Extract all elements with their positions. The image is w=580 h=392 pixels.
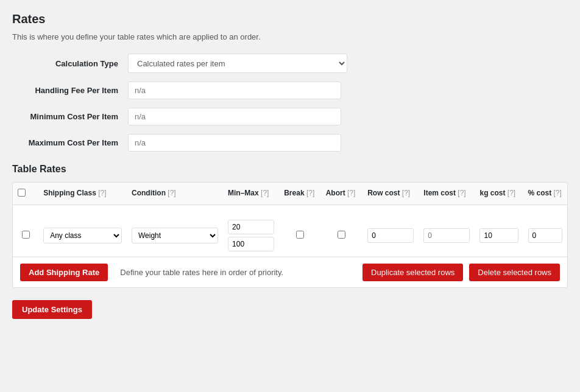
update-settings-button[interactable]: Update Settings <box>12 300 92 319</box>
row-condition-cell: Weight Price Item count <box>127 215 223 257</box>
pct-cost-cell <box>523 215 568 257</box>
row-cost-input[interactable] <box>367 228 414 243</box>
handling-fee-input[interactable] <box>128 82 341 99</box>
th-row-cost: Row cost [?] <box>362 183 419 205</box>
calculation-type-select[interactable]: Calculated rates per item Calculated rat… <box>128 54 347 73</box>
delete-rows-button[interactable]: Delete selected rows <box>469 264 560 281</box>
table-header-row: Shipping Class [?] Condition [?] Min–Max… <box>13 183 567 205</box>
table-row: Any class Standard Express Weight Price … <box>13 215 567 257</box>
th-kg-cost: kg cost [?] <box>475 183 523 205</box>
row-shipping-class-select[interactable]: Any class Standard Express <box>43 228 122 243</box>
kg-cost-cell <box>475 215 523 257</box>
table-footer: Add Shipping Rate Define your table rate… <box>13 257 567 287</box>
table-rates-title: Table Rates <box>12 164 568 175</box>
row-break-cell <box>279 215 320 257</box>
max-cost-input[interactable] <box>128 134 341 152</box>
select-all-checkbox[interactable] <box>18 189 26 197</box>
row-abort-cell <box>321 215 362 257</box>
add-shipping-rate-button[interactable]: Add Shipping Rate <box>20 264 108 281</box>
minmax-inputs <box>228 220 274 251</box>
section-title: Rates <box>12 12 568 26</box>
row-minmax-cell <box>223 215 279 257</box>
min-cost-row: Minimum Cost Per Item <box>12 108 568 125</box>
max-cost-row: Maximum Cost Per Item <box>12 134 568 152</box>
calculation-type-label: Calculation Type <box>12 59 128 68</box>
calculation-type-row: Calculation Type Calculated rates per it… <box>12 54 568 73</box>
handling-fee-label: Handling Fee Per Item <box>12 86 128 95</box>
duplicate-rows-button[interactable]: Duplicate selected rows <box>362 264 463 281</box>
spacer-row <box>13 205 567 215</box>
row-checkbox[interactable] <box>22 231 30 239</box>
page-container: Rates This is where you define your tabl… <box>12 12 568 319</box>
rates-table: Shipping Class [?] Condition [?] Min–Max… <box>13 183 567 257</box>
break-checkbox[interactable] <box>296 231 304 239</box>
footer-hint: Define your table rates here in order of… <box>120 268 356 277</box>
row-cost-cell <box>362 215 419 257</box>
th-break: Break [?] <box>279 183 320 205</box>
section-description: This is where you define your table rate… <box>12 32 568 41</box>
handling-fee-row: Handling Fee Per Item <box>12 82 568 99</box>
max-input[interactable] <box>228 237 274 251</box>
row-condition-select[interactable]: Weight Price Item count <box>132 228 218 243</box>
th-shipping-class: Shipping Class [?] <box>38 183 127 205</box>
max-cost-label: Maximum Cost Per Item <box>12 138 128 147</box>
kg-cost-input[interactable] <box>479 228 518 243</box>
th-condition: Condition [?] <box>127 183 223 205</box>
row-checkbox-cell <box>13 215 38 257</box>
th-pct-cost: % cost [?] <box>523 183 568 205</box>
item-cost-cell <box>419 215 475 257</box>
min-cost-input[interactable] <box>128 108 341 125</box>
table-rates-container: Shipping Class [?] Condition [?] Min–Max… <box>12 182 568 288</box>
min-input[interactable] <box>228 220 274 234</box>
abort-checkbox[interactable] <box>338 231 345 239</box>
min-cost-label: Minimum Cost Per Item <box>12 112 128 121</box>
th-checkbox <box>13 183 38 205</box>
th-abort: Abort [?] <box>321 183 362 205</box>
th-minmax: Min–Max [?] <box>223 183 279 205</box>
row-shipping-class-cell: Any class Standard Express <box>38 215 127 257</box>
pct-cost-input[interactable] <box>528 228 563 243</box>
th-item-cost: Item cost [?] <box>419 183 475 205</box>
item-cost-input[interactable] <box>423 228 470 243</box>
